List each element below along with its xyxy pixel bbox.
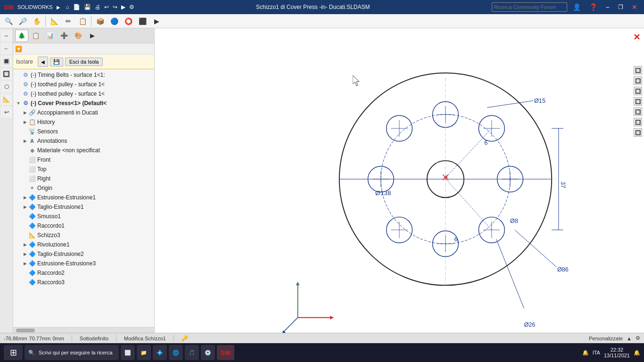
settings-btn[interactable]: ⚙ — [129, 4, 134, 10]
sketch-canvas[interactable]: Ø138 — [155, 28, 644, 333]
nav-arrow[interactable]: ▶ — [57, 5, 60, 10]
expand-raccordo1[interactable] — [22, 222, 28, 229]
expand-right[interactable] — [22, 175, 28, 182]
expand-material[interactable] — [22, 147, 28, 154]
expand-raccordo2[interactable] — [22, 270, 28, 276]
tree-item-right[interactable]: ⬜ Right — [13, 174, 154, 183]
save-isolate-btn[interactable]: 💾 — [50, 58, 63, 66]
scene-btn[interactable]: ↩ — [1, 107, 12, 118]
close-btn[interactable]: ✕ — [629, 2, 640, 12]
tree-item-annotations[interactable]: ▶ A Annotations — [13, 136, 154, 146]
expand-accoppiamenti[interactable]: ▶ — [22, 109, 28, 116]
tree-item-accoppiamenti[interactable]: ▶ 🔗 Accoppiamenti in Ducati — [13, 108, 154, 117]
view-icon-3[interactable]: 🔲 — [634, 87, 642, 95]
expand-smusso1[interactable] — [22, 213, 28, 220]
sw-taskbar-btn[interactable]: SW — [217, 345, 234, 360]
tree-item-rivoluzione1[interactable]: ▶ 🔷 Rivoluzione1 — [13, 240, 154, 249]
tree-item-origin[interactable]: ✦ Origin — [13, 183, 154, 193]
tree-item-taglio-estrusione1[interactable]: ▶ 🔷 Taglio-Estrusione1 — [13, 202, 154, 212]
expand-top[interactable] — [22, 166, 28, 173]
back-btn[interactable]: ← — [1, 43, 12, 54]
tree-item-raccordo1[interactable]: 🔷 Raccordo1 — [13, 221, 154, 230]
expand-schizzo3[interactable] — [22, 232, 28, 239]
community-search[interactable] — [492, 2, 567, 12]
tree-item-estrusione1[interactable]: ▶ 🔷 Estrusione-Estrusione1 — [13, 193, 154, 202]
expand-rivoluzione1[interactable]: ▶ — [22, 241, 28, 248]
undo-btn[interactable]: ↩ — [104, 4, 109, 10]
expand-sensors[interactable] — [22, 128, 28, 135]
notifications-btn[interactable]: 🔔 — [634, 350, 640, 356]
tab-add[interactable]: ➕ — [58, 30, 71, 42]
tree-item-raccordo2[interactable]: 🔷 Raccordo2 — [13, 268, 154, 278]
toggle-btn[interactable]: ↔ — [1, 30, 12, 41]
music-btn[interactable]: 🎵 — [185, 345, 199, 360]
search-taskbar[interactable]: 🔍 Scrivi qui per eseguire la ricerca — [25, 345, 119, 360]
tree-item-material[interactable]: ◆ Materiale <non specificat — [13, 146, 154, 155]
sketch-tool[interactable]: ✏ — [62, 15, 75, 28]
view-icon-5[interactable]: 🔲 — [634, 107, 642, 116]
tree-item-front[interactable]: ⬜ Front — [13, 155, 154, 165]
tree-item-estrusione3[interactable]: ▶ 🔷 Estrusione-Estrusione3 — [13, 259, 154, 268]
expand-timing-belts[interactable] — [15, 72, 22, 78]
tree-item-raccordo3[interactable]: 🔷 Raccordo3 — [13, 278, 154, 287]
expand-taglio-est1[interactable]: ▶ — [22, 204, 28, 210]
tree-item-schizzo3[interactable]: 📐 Schizzo3 — [13, 230, 154, 240]
exit-isolate-btn[interactable]: Esci da Isola — [65, 58, 103, 66]
tree-item-history[interactable]: ▶ 📋 History — [13, 117, 154, 127]
tab-properties[interactable]: 📋 — [29, 30, 42, 42]
circle-tool[interactable]: 🔵 — [107, 15, 121, 28]
tab-more[interactable]: ▶ — [86, 30, 99, 42]
view-icon-7[interactable]: 🔲 — [634, 128, 642, 137]
expand-cover-press[interactable]: ▼ — [15, 100, 22, 107]
expand-raccordo3[interactable] — [22, 279, 28, 286]
new-btn[interactable]: 📄 — [73, 4, 80, 10]
redo-btn[interactable]: ↪ — [113, 4, 117, 10]
copy-tool[interactable]: 📋 — [76, 15, 89, 28]
sidebar-scrollbar[interactable] — [13, 327, 154, 333]
user-icon[interactable]: 👤 — [570, 2, 584, 12]
run-tool[interactable]: ▶ — [150, 15, 163, 28]
select-tool[interactable]: 🔍 — [2, 15, 15, 28]
dimension-tool[interactable]: 📐 — [48, 15, 61, 28]
tree-item-timing-belts[interactable]: ⚙ (-) Timing Belts - surface 1<1: — [13, 70, 154, 80]
tab-tree[interactable]: 🌲 — [15, 30, 28, 42]
expand-toothed-2[interactable] — [15, 90, 22, 97]
print-btn[interactable]: 🖨 — [95, 4, 100, 10]
save-btn[interactable]: 💾 — [84, 4, 91, 10]
status-arrow[interactable]: ▲ — [627, 336, 632, 341]
play-btn[interactable]: ▶ — [121, 4, 125, 10]
explorer-btn[interactable]: 📁 — [137, 345, 151, 360]
tree-item-toothed-1[interactable]: ⚙ (-) toothed pulley - surface 1< — [13, 80, 154, 89]
feature-btn[interactable]: 🔳 — [1, 56, 12, 67]
restore-btn[interactable]: ❐ — [615, 3, 626, 11]
tree-item-taglio-estrusione2[interactable]: ▶ 🔷 Taglio-Estrusione2 — [13, 249, 154, 259]
expand-history[interactable]: ▶ — [22, 119, 28, 125]
tree-item-sensors[interactable]: 📡 Sensors — [13, 127, 154, 136]
view-icon-1[interactable]: 🔲 — [634, 66, 642, 74]
expand-estrusione3[interactable]: ▶ — [22, 260, 28, 267]
disc-btn[interactable]: 💿 — [201, 345, 215, 360]
expand-estrusione1[interactable]: ▶ — [22, 194, 28, 201]
measure-btn[interactable]: 📐 — [1, 94, 12, 105]
home-btn[interactable]: ⌂ — [66, 4, 69, 10]
section-tool[interactable]: ⬛ — [136, 15, 149, 28]
tree-item-cover-press[interactable]: ▼ ⚙ (-) Cover Press<1> (Default< — [13, 99, 154, 108]
filter-icon[interactable]: 🔽 — [15, 46, 22, 52]
diamond-btn[interactable]: 💠 — [153, 345, 167, 360]
start-button[interactable]: ⊞ — [4, 345, 23, 360]
display-mode-btn[interactable]: ⬡ — [1, 81, 12, 92]
expand-front[interactable] — [22, 156, 28, 163]
settings-small-btn[interactable]: ⚙ — [636, 335, 640, 341]
view-icon-6[interactable]: 🔲 — [634, 118, 642, 126]
tab-config[interactable]: 📊 — [43, 30, 57, 42]
tree-item-toothed-2[interactable]: ⚙ (-) toothed pulley - surface 1< — [13, 89, 154, 99]
pan-tool[interactable]: ✋ — [30, 15, 43, 28]
tree-item-smusso1[interactable]: 🔷 Smusso1 — [13, 212, 154, 221]
expand-taglio-est2[interactable]: ▶ — [22, 251, 28, 257]
minimize-btn[interactable]: − — [603, 2, 612, 12]
view-icon-2[interactable]: 🔲 — [634, 76, 642, 85]
expand-annotations[interactable]: ▶ — [22, 138, 28, 144]
task-view-btn[interactable]: ⬜ — [121, 345, 135, 360]
help-icon[interactable]: ❓ — [586, 2, 600, 12]
notification-icon[interactable]: 🔔 — [582, 350, 589, 356]
